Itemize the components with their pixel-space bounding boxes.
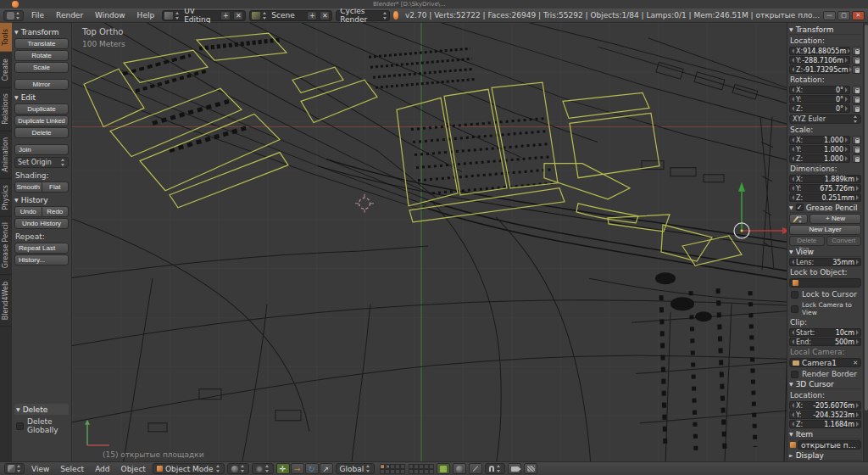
layout-name[interactable]: UV Editing (182, 7, 218, 24)
layer-cell[interactable] (400, 469, 405, 474)
lock-icon[interactable] (852, 104, 861, 113)
scrollbar-thumb[interactable] (865, 25, 868, 411)
proportional-edit-button[interactable] (469, 463, 482, 474)
tab-create[interactable]: Create (0, 53, 12, 88)
cursor-z-field[interactable]: Z:1.1684m (789, 420, 861, 428)
new-layer-button[interactable]: New Layer (789, 225, 861, 235)
local-camera-field[interactable]: Camera1✕ (789, 358, 861, 367)
orientation-dropdown[interactable]: Global (336, 463, 376, 474)
clip-start-field[interactable]: Start:10cm (789, 328, 861, 337)
redo-button[interactable]: Redo (42, 206, 70, 217)
dim-y-field[interactable]: Y:675.726m (789, 184, 861, 193)
rotation-z-field[interactable]: Z:0° (789, 104, 850, 113)
lock-camera-checkbox[interactable]: Lock Camera to View (791, 301, 861, 316)
delete-button[interactable]: Delete (14, 127, 69, 138)
lock-to-cursor-checkbox[interactable]: Lock to Cursor (791, 290, 861, 299)
rotate-button[interactable]: Rotate (14, 50, 69, 61)
render-border-checkbox[interactable]: Render Border (791, 370, 861, 378)
location-y-field[interactable]: Y:-288.7106m (789, 56, 850, 64)
panel-item[interactable]: ▼ Item (789, 429, 861, 439)
menu-window[interactable]: Window (91, 11, 130, 20)
pivot-dropdown[interactable] (252, 463, 274, 474)
menu-render[interactable]: Render (52, 11, 87, 20)
tab-grease-pencil[interactable]: Grease Pencil (0, 216, 12, 275)
rotation-mode-dropdown[interactable]: XYZ Euler (789, 115, 861, 124)
mirror-button[interactable]: Mirror (14, 79, 69, 90)
checkbox-icon[interactable] (16, 422, 24, 430)
opengl-render-anim-button[interactable] (524, 463, 537, 474)
layout-browse-icon[interactable] (164, 12, 173, 20)
delete-globally-checkbox[interactable]: Delete Globally (16, 417, 69, 434)
location-z-field[interactable]: Z:-91.73295cm (789, 65, 850, 74)
snap-target-dropdown[interactable] (485, 463, 505, 474)
snap-element-button[interactable] (453, 463, 466, 474)
lock-icon[interactable] (852, 86, 861, 94)
panel-transform-n[interactable]: ▼ Transform (789, 25, 861, 35)
screen-layout-selector[interactable]: UV Editing + ✕ (162, 10, 246, 21)
repeat-last-button[interactable]: Repeat Last (14, 243, 69, 254)
layer-cell[interactable] (429, 469, 434, 474)
render-engine-selector[interactable]: Cycles Render (336, 10, 389, 21)
lock-icon[interactable] (852, 47, 861, 55)
scrollbar[interactable] (863, 23, 868, 461)
panel-view[interactable]: ▼ View (789, 247, 861, 257)
location-x-field[interactable]: X:914.88055m (789, 47, 850, 55)
add-layout-button[interactable]: + (220, 11, 231, 20)
checkbox-icon[interactable] (791, 305, 798, 313)
scale-button[interactable]: Scale (14, 62, 69, 73)
close-button[interactable]: ✕ (852, 11, 865, 20)
menu-file[interactable]: File (27, 11, 48, 20)
undo-button[interactable]: Undo (14, 206, 42, 217)
viewport-shading-dropdown[interactable] (227, 463, 249, 474)
maximize-button[interactable]: ▢ (837, 11, 850, 20)
dim-z-field[interactable]: Z:0.251mm (789, 193, 861, 202)
scale-z-field[interactable]: Z:1.000 (789, 154, 850, 163)
lock-icon[interactable] (852, 136, 861, 144)
manipulator-scale-button[interactable]: ↗ (320, 463, 333, 474)
scene-browse-icon[interactable] (252, 12, 260, 20)
manipulator-rotate-button[interactable]: ↻ (305, 463, 319, 474)
grease-pencil-checkbox[interactable]: ✓ (796, 204, 804, 211)
lock-icon[interactable] (852, 65, 861, 74)
panel-display[interactable]: ► Display (789, 450, 861, 461)
mode-dropdown[interactable]: Object Mode (153, 463, 225, 474)
close-scene-button[interactable]: ✕ (320, 11, 330, 20)
undo-history-button[interactable]: Undo History (14, 218, 69, 229)
tab-tools[interactable]: Tools (0, 23, 12, 53)
checkbox-icon[interactable] (791, 291, 798, 299)
set-origin-dropdown[interactable]: Set Origin (14, 157, 69, 168)
viewport-3d[interactable]: Top Ortho 100 Meters (15) открытые площа… (72, 23, 787, 461)
scale-x-field[interactable]: X:1.000 (789, 136, 850, 144)
add-scene-button[interactable]: + (307, 11, 317, 20)
menu-select[interactable]: Select (56, 465, 88, 473)
clip-end-field[interactable]: End:500m (789, 338, 861, 346)
scene-name[interactable]: Scene (270, 11, 304, 20)
join-button[interactable]: Join (14, 144, 69, 155)
grease-pencil-source-button[interactable] (789, 214, 808, 224)
rotation-x-field[interactable]: X:0° (789, 86, 850, 94)
panel-3d-cursor[interactable]: ▼ 3D Cursor (789, 379, 861, 389)
lock-icon[interactable] (852, 95, 861, 103)
panel-delete[interactable]: ▼ Delete (14, 404, 69, 415)
panel-transform[interactable]: ▼ Transform (14, 26, 69, 37)
translate-button[interactable]: Translate (14, 38, 69, 49)
menu-view[interactable]: View (27, 465, 53, 473)
smooth-button[interactable]: Smooth (14, 182, 42, 193)
duplicate-button[interactable]: Duplicate (14, 103, 69, 115)
tab-blend4web[interactable]: Blend4Web (0, 276, 12, 327)
panel-edit[interactable]: ▼ Edit (14, 92, 69, 103)
grease-new-button[interactable]: + New (810, 214, 861, 224)
cursor-x-field[interactable]: X:-205.6076m (789, 401, 861, 410)
scale-y-field[interactable]: Y:1.000 (789, 145, 850, 154)
lock-object-field[interactable] (789, 278, 861, 288)
minimize-button[interactable]: — (823, 11, 836, 20)
checkbox-icon[interactable] (791, 371, 798, 378)
panel-grease-pencil[interactable]: ▼ ✓ Grease Pencil (789, 203, 861, 213)
tab-animation[interactable]: Animation (0, 131, 12, 179)
lock-icon[interactable] (852, 145, 861, 154)
tab-physics[interactable]: Physics (0, 179, 12, 217)
delete-frame-button[interactable]: Delete Fra... (789, 236, 825, 246)
convert-button[interactable]: Convert (826, 236, 862, 246)
history-button[interactable]: History... (14, 254, 69, 265)
menu-help[interactable]: Help (133, 11, 159, 20)
